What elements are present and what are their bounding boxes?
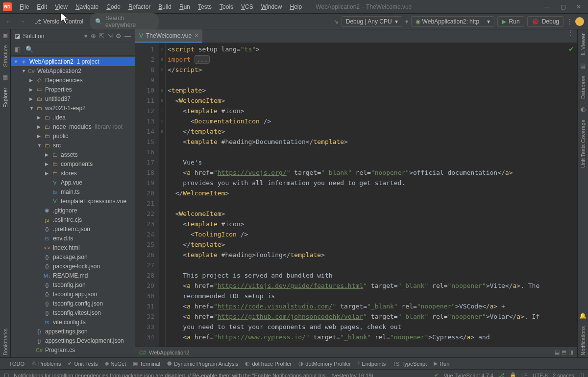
tree-node[interactable]: ▶🗀assets bbox=[11, 150, 135, 159]
chevron-down-icon[interactable]: ▾ bbox=[84, 32, 88, 40]
tool-typescript[interactable]: TSTypeScript bbox=[392, 361, 427, 367]
search-everywhere-input[interactable]: 🔍 Search everywhere bbox=[90, 13, 159, 30]
il-viewer-button[interactable]: IL Viewer bbox=[580, 31, 586, 57]
tree-node[interactable]: {}.prettierrc.json bbox=[11, 224, 135, 234]
collapse-icon[interactable]: ⇲ bbox=[107, 32, 113, 40]
database-icon[interactable]: ▤ bbox=[580, 62, 586, 69]
tree-node[interactable]: ▶🗀untitled37 bbox=[11, 94, 135, 103]
debug-config-dropdown[interactable]: Debug | Any CPU ▾ bbox=[342, 16, 402, 27]
code-editor[interactable]: 1289101112131415161718192021222324252627… bbox=[135, 43, 577, 347]
tree-node[interactable]: {}appsettings.Development.json bbox=[11, 336, 135, 345]
structure-tool-icon[interactable]: ▣ bbox=[2, 31, 8, 38]
chevron-right-icon[interactable]: ▶ bbox=[29, 78, 35, 83]
menu-view[interactable]: View bbox=[51, 1, 72, 12]
tool-run[interactable]: ▶Run bbox=[434, 360, 449, 367]
run-config-dropdown[interactable]: ◉ WebApplication2: http ▾ bbox=[411, 16, 494, 27]
chevron-down-icon[interactable]: ▼ bbox=[14, 59, 20, 64]
chevron-right-icon[interactable]: ▶ bbox=[29, 87, 35, 92]
menu-help[interactable]: Help bbox=[286, 1, 306, 12]
tree-node[interactable]: M↓README.md bbox=[11, 271, 135, 280]
editor-tab[interactable]: V TheWelcome.vue × bbox=[135, 29, 202, 43]
structure-tool-button[interactable]: Structure bbox=[2, 43, 8, 69]
encoding-status[interactable]: UTF-8 bbox=[533, 373, 548, 377]
panel-icon[interactable]: ⬓ bbox=[555, 349, 560, 355]
nav-forward-button[interactable]: → bbox=[18, 18, 27, 25]
coverage-button[interactable]: Unit Tests Coverage bbox=[580, 118, 586, 170]
git-icon[interactable]: ⎇ bbox=[498, 372, 505, 377]
tool-unit-tests[interactable]: ✔Unit Tests bbox=[68, 360, 98, 367]
tree-node[interactable]: VtemplateExpressions.vue bbox=[11, 196, 135, 206]
chevron-right-icon[interactable]: ▶ bbox=[45, 171, 51, 176]
tree-node[interactable]: ▼🗀src bbox=[11, 141, 135, 150]
minimize-panel-button[interactable]: — bbox=[124, 32, 131, 40]
menu-build[interactable]: Build bbox=[154, 1, 175, 12]
status-icon[interactable]: ▢ bbox=[4, 372, 9, 377]
tree-node[interactable]: C#Program.cs bbox=[11, 345, 135, 354]
menu-window[interactable]: Window bbox=[257, 1, 286, 12]
chevron-down-icon[interactable]: ▾ bbox=[405, 18, 408, 25]
menu-navigate[interactable]: Navigate bbox=[72, 1, 102, 12]
minimize-button[interactable]: — bbox=[544, 3, 551, 10]
project-tree[interactable]: ▼ ◈ WebApplication2· 1 project ▼C#WebApp… bbox=[11, 56, 135, 357]
tree-node[interactable]: ▶🗀.idea bbox=[11, 113, 135, 122]
chevron-right-icon[interactable]: ▶ bbox=[37, 124, 43, 129]
chevron-right-icon[interactable]: ▶ bbox=[29, 96, 35, 101]
menu-tests[interactable]: Tests bbox=[194, 1, 216, 12]
search-icon[interactable]: 🔍 bbox=[25, 46, 33, 53]
analysis-ok-icon[interactable]: ✔ bbox=[568, 45, 574, 53]
menu-run[interactable]: Run bbox=[175, 1, 194, 12]
menu-vcs[interactable]: VCS bbox=[237, 1, 257, 12]
tree-node[interactable]: VApp.vue bbox=[11, 178, 135, 187]
tree-node[interactable]: tsenv.d.ts bbox=[11, 234, 135, 243]
tree-node[interactable]: ▶▭Properties bbox=[11, 85, 135, 94]
coverage-icon[interactable]: ◐ bbox=[581, 106, 586, 113]
chevron-down-icon[interactable]: ▼ bbox=[37, 143, 43, 148]
menu-refactor[interactable]: Refactor bbox=[124, 1, 154, 12]
menu-edit[interactable]: Edit bbox=[33, 1, 51, 12]
menu-code[interactable]: Code bbox=[102, 1, 124, 12]
indent-status[interactable]: 2 spaces bbox=[553, 373, 574, 377]
panel-icon[interactable]: ⬒ bbox=[562, 349, 566, 355]
tool-dynamic-program-analysis[interactable]: ⬣Dynamic Program Analysis bbox=[167, 360, 238, 367]
tool-dottrace-profiler[interactable]: ◐dotTrace Profiler bbox=[245, 360, 292, 367]
close-button[interactable]: ✕ bbox=[575, 3, 582, 10]
tool-endpoints[interactable]: ⟟Endpoints bbox=[358, 360, 386, 367]
gear-icon[interactable]: ⚙ bbox=[116, 32, 122, 40]
tree-node[interactable]: {}tsconfig.config.json bbox=[11, 299, 135, 308]
maximize-button[interactable]: ▢ bbox=[560, 3, 566, 10]
bell-icon[interactable]: 🔔 bbox=[579, 312, 587, 319]
run-button[interactable]: ▶ Run bbox=[497, 16, 524, 27]
tree-node[interactable]: {}tsconfig.json bbox=[11, 280, 135, 289]
code-body[interactable]: <script setup lang="ts">import ...</scri… bbox=[166, 43, 577, 347]
tree-node[interactable]: {}package.json bbox=[11, 252, 135, 261]
tree-node[interactable]: {}tsconfig.vitest.json bbox=[11, 308, 135, 317]
close-tab-button[interactable]: × bbox=[195, 32, 198, 39]
more-button[interactable]: ⋮ bbox=[566, 18, 572, 25]
tree-node[interactable]: <>index.html bbox=[11, 243, 135, 252]
tree-node[interactable]: ▶🗀components bbox=[11, 159, 135, 168]
tree-node[interactable]: ▶🗀stores bbox=[11, 168, 135, 178]
explorer-tool-button[interactable]: Explorer bbox=[2, 86, 8, 110]
tool-todo[interactable]: ≡TODO bbox=[4, 361, 24, 367]
tree-node[interactable]: tsmain.ts bbox=[11, 187, 135, 196]
panel-icon[interactable]: ◨ bbox=[568, 349, 573, 355]
chevron-right-icon[interactable]: ▶ bbox=[37, 115, 43, 120]
service-ok-icon[interactable]: ✔ bbox=[434, 372, 439, 377]
debug-button[interactable]: 🐞 Debug bbox=[527, 16, 564, 27]
menu-tools[interactable]: Tools bbox=[216, 1, 237, 12]
user-avatar[interactable] bbox=[575, 17, 584, 26]
target-icon[interactable]: ⊕ bbox=[91, 32, 96, 40]
version-control-button[interactable]: ⎇ Version Control bbox=[31, 17, 86, 26]
chevron-right-icon[interactable]: ▶ bbox=[45, 152, 51, 157]
breadcrumb-item[interactable]: WebApplication2 bbox=[149, 350, 189, 355]
explorer-tool-icon[interactable]: ▦ bbox=[2, 74, 8, 81]
status-message[interactable]: Notifications for installing dependencie… bbox=[14, 373, 429, 377]
tool-problems[interactable]: ⚠Problems bbox=[31, 360, 61, 367]
tree-node[interactable]: {}package-lock.json bbox=[11, 261, 135, 271]
chevron-right-icon[interactable]: ▶ bbox=[37, 134, 43, 139]
lock-icon[interactable]: 🔒 bbox=[510, 372, 516, 377]
solution-root-node[interactable]: ▼ ◈ WebApplication2· 1 project bbox=[11, 57, 135, 66]
notifications-button[interactable]: Notifications bbox=[580, 324, 586, 357]
tree-node[interactable]: js.eslintrc.cjs bbox=[11, 215, 135, 224]
tree-node[interactable]: ◉.gitignore bbox=[11, 206, 135, 215]
